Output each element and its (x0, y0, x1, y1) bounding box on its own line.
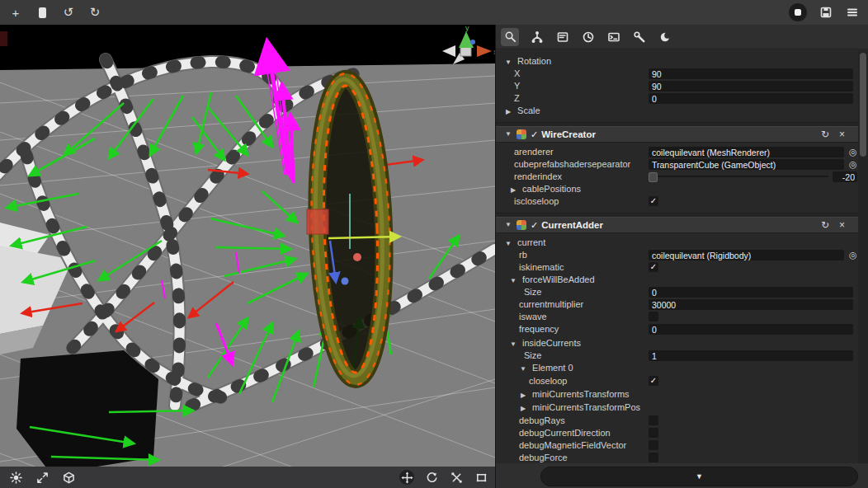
expand-icon[interactable] (35, 470, 50, 485)
wirecreator-header[interactable]: ▼ ✓ WireCreator ↻ × (496, 126, 858, 143)
foldout-open-icon: ▼ (504, 56, 512, 68)
renderindex-slider[interactable] (649, 176, 828, 177)
frequency-row: frequency (496, 323, 858, 336)
scale-foldout[interactable]: ▶ Scale (496, 105, 858, 117)
tab-console[interactable] (606, 30, 621, 45)
inside-size-field[interactable] (649, 350, 853, 361)
minitransformpos-foldout[interactable]: ▶ miniCurrentsTransformPos (496, 401, 858, 414)
debugcurrentdirection-label: debugCurrentDirection (519, 428, 611, 438)
forcewill-foldout[interactable]: ▼ forceWillBeAdded (496, 274, 858, 286)
rotation-z-field[interactable] (649, 93, 853, 104)
check-icon: ✓ (650, 376, 657, 385)
insidecurrents-foldout[interactable]: ▼ insideCurrents (496, 337, 858, 350)
rotate-tool[interactable] (424, 470, 439, 485)
rb-label: rb (519, 250, 527, 260)
cubeprefab-object-field[interactable]: TransparentCube (GameObject) (649, 159, 844, 170)
object-picker-icon[interactable]: ◎ (849, 146, 857, 157)
rotation-x-field[interactable] (649, 68, 853, 79)
renderindex-slider-thumb[interactable] (649, 172, 658, 182)
arenderer-object-field[interactable]: coilequilevant (MeshRenderer) (649, 147, 844, 157)
gizmo-red-sphere[interactable] (353, 253, 361, 261)
rotation-z-row: Z (496, 92, 858, 105)
debugmagneticfieldvector-row: debugMagneticFieldVector (496, 439, 858, 452)
renderindex-value-field[interactable] (833, 171, 857, 182)
debugcurrentdirection-checkbox[interactable] (649, 428, 658, 438)
undo-icon[interactable]: ↺ (61, 5, 76, 20)
check-icon: ✓ (650, 196, 657, 205)
object-picker-icon[interactable]: ◎ (849, 158, 857, 170)
rect-tool[interactable] (474, 470, 488, 485)
redo-icon[interactable]: ↻ (87, 5, 102, 20)
iscloseloop-checkbox[interactable]: ✓ (649, 196, 658, 206)
duplicate-icon[interactable] (35, 5, 50, 20)
renderindex-label: renderindex (514, 171, 562, 181)
tab-time[interactable] (581, 30, 596, 45)
rotation-y-field[interactable] (649, 81, 853, 92)
light-icon[interactable] (8, 470, 23, 485)
reset-component-icon[interactable]: ↻ (821, 218, 829, 232)
foldout-closed-icon: ▶ (509, 184, 517, 196)
reset-component-icon[interactable]: ↻ (821, 127, 829, 142)
top-toolbar-left: + ↺ ↻ (0, 5, 111, 20)
tab-rendering[interactable] (658, 30, 672, 45)
save-icon[interactable] (818, 5, 833, 20)
rotation-foldout[interactable]: ▼ Rotation (496, 55, 858, 68)
debugforce-checkbox[interactable] (649, 453, 658, 462)
debugrays-checkbox[interactable] (649, 415, 658, 425)
inside-size-label: Size (524, 350, 541, 360)
console-icon (607, 30, 620, 44)
scrollbar-thumb[interactable] (860, 53, 866, 157)
tab-tools[interactable] (632, 30, 647, 45)
check-icon: ✓ (650, 262, 657, 271)
dropdown-icon: ▼ (696, 472, 703, 481)
iskinematic-checkbox[interactable]: ✓ (649, 262, 658, 272)
rb-object-field[interactable]: coilequilevant (Rigidbody) (649, 250, 844, 260)
frequency-field[interactable] (649, 324, 853, 335)
debugmagneticfieldvector-checkbox[interactable] (649, 440, 658, 450)
component-enabled-checkbox[interactable]: ✓ (531, 218, 538, 232)
object-picker-icon[interactable]: ◎ (849, 249, 857, 260)
inspector-scroll-area[interactable]: ▼ Rotation X Y Z ▶ Scale (496, 50, 858, 488)
current-foldout[interactable]: ▼ current (496, 237, 858, 249)
viewport-toolbar (0, 467, 495, 488)
tab-inspector[interactable] (555, 30, 570, 45)
rb-row: rb coilequilevant (Rigidbody) ◎ (496, 249, 858, 261)
remove-component-icon[interactable]: × (839, 218, 845, 232)
transform-tools (399, 470, 488, 485)
menu-icon[interactable] (845, 5, 860, 20)
y-label: Y (514, 81, 520, 91)
tab-hierarchy[interactable] (530, 30, 545, 45)
scale-tool[interactable] (449, 470, 464, 485)
wirecreator-component: ▼ ✓ WireCreator ↻ × arenderer coilequile… (496, 126, 858, 214)
inspector-scrollbar[interactable] (858, 50, 868, 488)
debugcurrentdirection-row: debugCurrentDirection (496, 427, 858, 439)
cablepositions-foldout[interactable]: ▶ cablePositions (496, 183, 858, 195)
cube-icon[interactable] (61, 470, 76, 485)
foldout-open-icon: ▼ (504, 237, 512, 250)
element0-foldout[interactable]: ▼ Element 0 (496, 362, 858, 374)
inspector-bottom-bar: ▼ (496, 463, 868, 488)
gizmo-blue-sphere[interactable] (342, 278, 349, 285)
scene-viewport[interactable]: y x (0, 25, 495, 488)
foldout-closed-icon: ▶ (519, 389, 527, 401)
currentadder-header[interactable]: ▼ ✓ CurrentAdder ↻ × (496, 217, 858, 233)
minitransforms-foldout[interactable]: ▶ miniCurrentsTransforms (496, 388, 858, 401)
script-icon (517, 129, 526, 139)
add-icon[interactable]: + (8, 5, 23, 20)
remove-component-icon[interactable]: × (839, 127, 845, 142)
move-tool[interactable] (399, 470, 414, 485)
gizmo-cube-handle[interactable] (307, 209, 328, 234)
force-size-field[interactable] (649, 287, 853, 298)
expand-drawer-button[interactable]: ▼ (540, 467, 858, 486)
search-tab[interactable] (501, 28, 519, 46)
debugforce-label: debugForce (519, 453, 568, 462)
iscloseloop-row: iscloseloop ✓ (496, 195, 858, 208)
iswave-checkbox[interactable] (649, 312, 658, 321)
closeloop-checkbox[interactable]: ✓ (649, 376, 658, 386)
component-title: CurrentAdder (541, 218, 603, 232)
cubeprefab-row: cubeprefabshadersepearator TransparentCu… (496, 158, 858, 171)
x-label: X (514, 68, 520, 78)
component-enabled-checkbox[interactable]: ✓ (531, 127, 538, 142)
currentmultiplier-field[interactable] (649, 299, 853, 310)
record-button[interactable] (789, 3, 807, 21)
